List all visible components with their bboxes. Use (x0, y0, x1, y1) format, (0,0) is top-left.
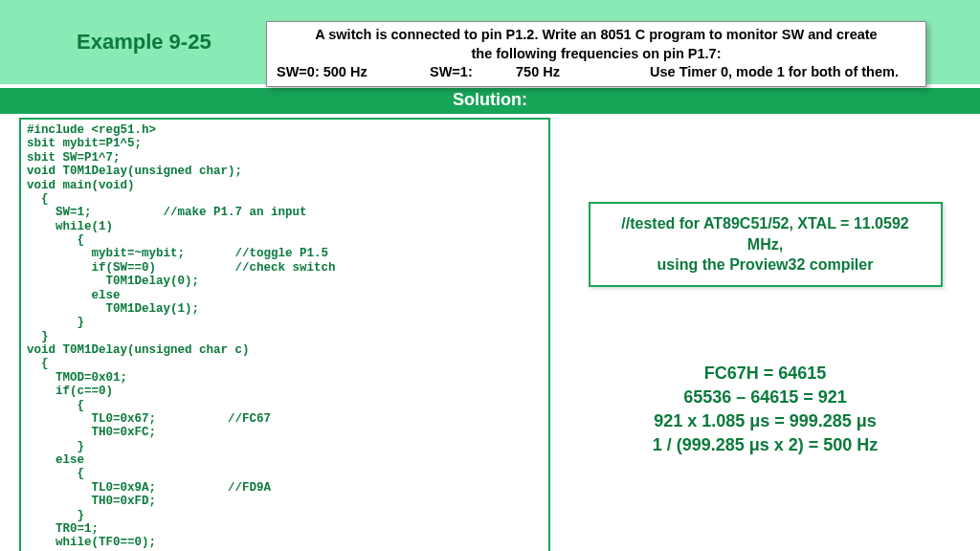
header-band: Example 9-25 A switch is connected to pi… (0, 0, 980, 84)
code-listing: #include <reg51.h> sbit mybit=P1^5; sbit… (19, 118, 550, 551)
example-title: Example 9-25 (77, 30, 212, 55)
problem-line-1: A switch is connected to pin P1.2. Write… (277, 26, 916, 45)
problem-sw1-value: 750 Hz (516, 63, 650, 82)
compiler-note: //tested for AT89C51/52, XTAL = 11.0592 … (589, 202, 943, 287)
problem-line-2: the following frequencies on pin P1.7: (277, 45, 916, 64)
problem-sw1-label: SW=1: (430, 63, 516, 82)
calc-line-2: 65536 – 64615 = 921 (653, 386, 879, 409)
problem-line-3: SW=0: 500 Hz SW=1: 750 Hz Use Timer 0, m… (277, 63, 916, 82)
calc-line-1: FC67H = 64615 (653, 362, 879, 386)
solution-heading: Solution: (0, 86, 980, 114)
problem-hint: Use Timer 0, mode 1 for both of them. (650, 63, 916, 82)
right-column: //tested for AT89C51/52, XTAL = 11.0592 … (569, 118, 961, 551)
calc-line-4: 1 / (999.285 μs x 2) = 500 Hz (653, 433, 879, 457)
problem-sw0: SW=0: 500 Hz (277, 63, 430, 82)
problem-statement: A switch is connected to pin P1.2. Write… (266, 21, 926, 87)
content-area: #include <reg51.h> sbit mybit=P1^5; sbit… (0, 114, 980, 551)
calculation-block: FC67H = 64615 65536 – 64615 = 921 921 x … (653, 362, 879, 458)
note-line-2: using the Proview32 compiler (606, 254, 925, 276)
note-line-1: //tested for AT89C51/52, XTAL = 11.0592 … (606, 213, 925, 254)
calc-line-3: 921 x 1.085 μs = 999.285 μs (653, 409, 879, 433)
